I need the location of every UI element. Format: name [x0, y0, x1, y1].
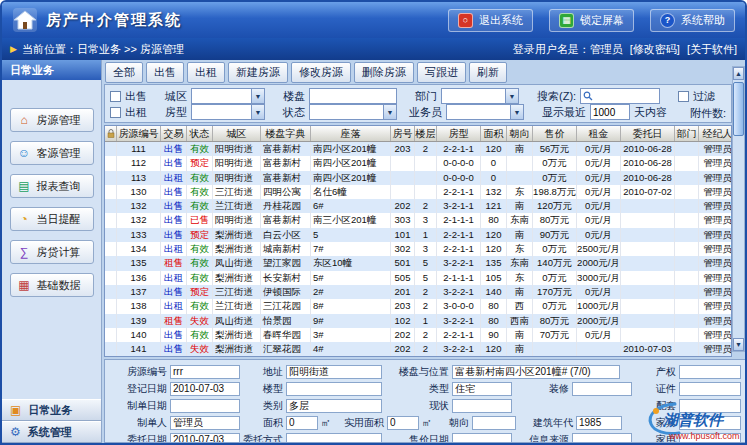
- sidebar-group-daily-business[interactable]: ▣日常业务: [2, 399, 101, 421]
- certificate-input[interactable]: [679, 382, 741, 396]
- scrollbar-thumb[interactable]: [733, 82, 744, 136]
- recent-days-input[interactable]: [590, 104, 630, 120]
- sidebar-item-listing-mgmt[interactable]: ⌂房源管理: [10, 108, 94, 132]
- info-source-input[interactable]: [572, 433, 632, 444]
- change-password-link[interactable]: [修改密码]: [630, 42, 680, 57]
- column-header[interactable]: 座落: [311, 126, 391, 141]
- furniture-input[interactable]: [679, 416, 741, 430]
- building-type-input[interactable]: [286, 382, 382, 396]
- chevron-down-icon[interactable]: ▼: [251, 88, 265, 104]
- estate-input[interactable]: [309, 88, 397, 104]
- system-help-button[interactable]: ? 系统帮助: [650, 9, 735, 32]
- appliances-input[interactable]: [679, 433, 741, 444]
- usage-type-input[interactable]: [452, 382, 512, 396]
- rent-button[interactable]: 出租: [187, 62, 225, 83]
- new-listing-button[interactable]: 新建房源: [228, 62, 288, 83]
- chevron-down-icon[interactable]: ▼: [251, 104, 265, 120]
- vertical-scrollbar[interactable]: ▲ ▼: [732, 66, 745, 352]
- table-row[interactable]: 111出售有效阳明街道富巷新村南四小区201幢20322-2-1-1120南56…: [105, 142, 731, 156]
- cell: 2010-07-02: [621, 185, 675, 199]
- sidebar-item-customer-mgmt[interactable]: ☺客源管理: [10, 141, 94, 165]
- scroll-up-icon[interactable]: ▲: [733, 67, 744, 80]
- area-input[interactable]: [286, 416, 318, 430]
- orientation-input[interactable]: [472, 416, 516, 430]
- sale-checkbox[interactable]: [110, 91, 121, 102]
- column-header[interactable]: 房型: [437, 126, 481, 141]
- lock-screen-button[interactable]: ▦ 锁定屏幕: [549, 9, 634, 32]
- chevron-down-icon[interactable]: ▼: [510, 104, 524, 120]
- search-input[interactable]: [595, 90, 657, 102]
- table-row[interactable]: 133出售预定梨洲街道白云小区510112-2-1-1120南90万元0元/月管…: [105, 228, 731, 242]
- sale-button[interactable]: 出售: [146, 62, 184, 83]
- property-right-input[interactable]: [679, 365, 741, 379]
- column-header[interactable]: 楼层: [415, 126, 437, 141]
- category-input[interactable]: [286, 399, 382, 413]
- price-date-input[interactable]: [452, 433, 512, 444]
- column-header[interactable]: 交易: [161, 126, 187, 141]
- column-header[interactable]: 房源编号: [117, 126, 161, 141]
- dept-select[interactable]: ▼: [441, 88, 519, 104]
- scroll-down-icon[interactable]: ▼: [733, 338, 744, 351]
- table-row[interactable]: 113出租有效阳明街道富巷新村南四小区201幢0-0-0-000万元0元/月20…: [105, 171, 731, 185]
- facilities-input[interactable]: [679, 399, 741, 413]
- chevron-down-icon[interactable]: ▼: [505, 88, 519, 104]
- sidebar-item-report-query[interactable]: ▤报表查询: [10, 174, 94, 198]
- housetype-select[interactable]: ▼: [191, 104, 265, 120]
- address-input[interactable]: [286, 365, 382, 379]
- table-row[interactable]: 132出售有效兰江街道丹桂花园6#20223-2-1-1121南120万元0元/…: [105, 199, 731, 213]
- filter-checkbox[interactable]: [678, 91, 689, 102]
- sidebar-item-daily-reminder[interactable]: ◔当日提醒: [10, 207, 94, 231]
- column-header[interactable]: 租金: [577, 126, 621, 141]
- column-header[interactable]: 面积: [481, 126, 507, 141]
- sidebar-item-base-data[interactable]: ▦基础数据: [10, 273, 94, 297]
- agent-select[interactable]: ▼: [446, 104, 524, 120]
- exit-system-button[interactable]: ○ 退出系统: [448, 9, 533, 32]
- chevron-down-icon[interactable]: ▼: [383, 104, 397, 120]
- column-header[interactable]: 委托日: [621, 126, 675, 141]
- district-select[interactable]: ▼: [191, 88, 265, 104]
- sidebar-group-system-mgmt[interactable]: ⚙系统管理: [2, 421, 101, 443]
- table-row[interactable]: 112出售预定阳明街道富巷新村南四小区201幢0-0-0-000万元0元/月20…: [105, 156, 731, 170]
- status-select[interactable]: ▼: [309, 104, 397, 120]
- column-header[interactable]: 城区: [213, 126, 261, 141]
- column-header[interactable]: 楼盘字典: [261, 126, 311, 141]
- listing-no-input[interactable]: [170, 365, 240, 379]
- column-header[interactable]: 部门: [675, 126, 699, 141]
- current-status-input[interactable]: [452, 399, 512, 413]
- table-row[interactable]: 134出租有效梨洲街道城南新村7#30232-2-1-1120东0万元2500元…: [105, 242, 731, 256]
- table-row[interactable]: 135租售有效凤山街道望江家园东区10幢50153-2-2-1135东南140万…: [105, 256, 731, 270]
- table-row[interactable]: 140出售有效梨洲街道春晖华园3#20222-2-1-190南70万元0元/月管…: [105, 328, 731, 342]
- creator-input[interactable]: [170, 416, 240, 430]
- create-date-input[interactable]: [170, 399, 240, 413]
- all-button[interactable]: 全部: [105, 62, 143, 83]
- table-row[interactable]: 130出售有效三江街道四明公寓名仕6幢2-2-1-1132东198.8万元0元/…: [105, 185, 731, 199]
- table-row[interactable]: 141出售失效梨洲街道汇翠花园4#20223-2-2-1120南2010-07-…: [105, 342, 731, 356]
- refresh-button[interactable]: 刷新: [469, 62, 507, 83]
- edit-listing-button[interactable]: 修改房源: [291, 62, 351, 83]
- column-header[interactable]: 房号: [391, 126, 415, 141]
- search-box[interactable]: [580, 88, 660, 104]
- delete-listing-button[interactable]: 删除房源: [354, 62, 414, 83]
- cell: [577, 342, 621, 356]
- about-software-link[interactable]: [关于软件]: [687, 42, 737, 57]
- write-followup-button[interactable]: 写跟进: [417, 62, 466, 83]
- entrust-mode-input[interactable]: [286, 433, 382, 444]
- sidebar-item-loan-calculator[interactable]: ∑房贷计算: [10, 240, 94, 264]
- entrust-date-input[interactable]: [170, 433, 240, 444]
- cell: 预定: [187, 228, 213, 242]
- column-header[interactable]: 售价: [533, 126, 577, 141]
- table-row[interactable]: 137出售预定三江街道伊顿国际2#20123-2-2-1140南170万元0元/…: [105, 285, 731, 299]
- decoration-input[interactable]: [572, 382, 632, 396]
- table-row[interactable]: 136出租有效梨洲街道长安新村5#50552-1-1-1105东0万元3000元…: [105, 271, 731, 285]
- column-header[interactable]: 状态: [187, 126, 213, 141]
- column-header[interactable]: 朝向: [507, 126, 533, 141]
- table-row[interactable]: 138出租有效兰江街道三江花园8#20323-0-0-080西0万元1000元/…: [105, 299, 731, 313]
- rent-checkbox[interactable]: [110, 107, 121, 118]
- column-header[interactable]: 经纪人: [699, 126, 732, 141]
- register-date-input[interactable]: [170, 382, 240, 396]
- estate-position-input[interactable]: [452, 365, 620, 379]
- table-row[interactable]: 132出售已售阳明街道富巷新村南三小区201幢30332-1-1-180东南80…: [105, 213, 731, 227]
- usable-area-input[interactable]: [387, 416, 419, 430]
- table-row[interactable]: 139租售失效凤山街道怡景园9#10213-2-2-180西南80万元2000元…: [105, 314, 731, 328]
- build-year-input[interactable]: [576, 416, 622, 430]
